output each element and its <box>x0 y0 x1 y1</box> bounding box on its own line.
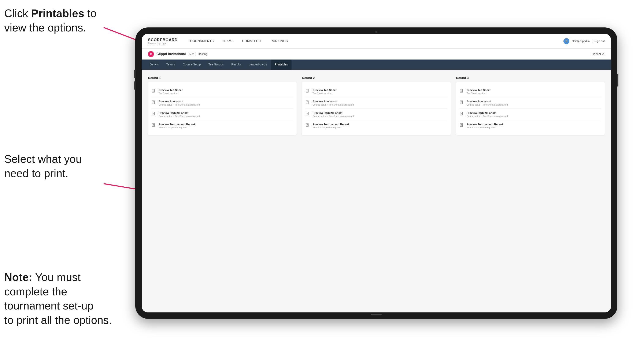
round-2-title: Round 2 <box>302 76 450 80</box>
r1-raguzzi-label: Preview Raguzzi Sheet <box>158 111 293 114</box>
round-1-tournament-report[interactable]: Preview Tournament Report Round Completi… <box>152 120 293 131</box>
r1-raguzzi-sub: Course setup + Tee Sheet data required <box>158 115 293 117</box>
document-icon-4 <box>152 123 156 128</box>
r1-scorecard-sub: Course setup + Tee Sheet data required <box>158 103 293 106</box>
document-icon <box>152 89 156 94</box>
nav-rankings[interactable]: RANKINGS <box>270 38 288 44</box>
doc-icon-r2-3 <box>305 112 310 116</box>
round-2-scorecard[interactable]: Preview Scorecard Course setup + Tee She… <box>305 97 447 109</box>
round-2-card: Preview Tee Sheet Tee Sheet required <box>302 82 450 135</box>
annotation-middle-text: Select what youneed to print. <box>4 153 82 179</box>
r2-raguzzi-sub: Course setup + Tee Sheet data required <box>312 115 447 117</box>
brand-subtitle: Powered by clippd <box>148 42 178 44</box>
doc-icon-r3-3 <box>460 112 464 116</box>
round-3-title: Round 3 <box>456 76 605 80</box>
cancel-icon: ✕ <box>602 52 605 56</box>
nav-tournaments[interactable]: TOURNAMENTS <box>188 38 214 44</box>
document-icon-2 <box>152 100 156 105</box>
r2-tee-sheet-sub: Tee Sheet required <box>312 92 447 95</box>
user-avatar: B <box>564 38 569 44</box>
round-1-title: Round 1 <box>148 76 297 80</box>
r3-scorecard-label: Preview Scorecard <box>466 100 601 103</box>
r3-raguzzi-label: Preview Raguzzi Sheet <box>466 111 601 114</box>
r2-scorecard-label: Preview Scorecard <box>312 100 447 103</box>
r2-tee-sheet-label: Preview Tee Sheet <box>312 88 447 92</box>
sign-out-link[interactable]: Sign out <box>594 39 605 43</box>
round-3-scorecard[interactable]: Preview Scorecard Course setup + Tee She… <box>460 97 601 109</box>
round-2-section: Round 2 Preview Tee Sheet Tee S <box>302 76 450 135</box>
r3-report-sub: Round Completion required <box>466 126 601 129</box>
tablet-power-button <box>617 74 618 87</box>
user-email: blair@clippd.io <box>572 39 590 43</box>
r3-tee-sheet-label: Preview Tee Sheet <box>466 88 601 92</box>
sign-out-separator: | <box>592 39 592 43</box>
nav-right: B blair@clippd.io | Sign out <box>564 38 605 44</box>
nav-links: TOURNAMENTS TEAMS COMMITTEE RANKINGS <box>188 38 564 44</box>
nav-teams[interactable]: TEAMS <box>222 38 234 44</box>
tournament-name: Clippd Invitational <box>156 52 186 56</box>
round-1-card: Preview Tee Sheet Tee Sheet required <box>148 82 297 135</box>
round-1-scorecard[interactable]: Preview Scorecard Course setup + Tee She… <box>152 97 293 109</box>
doc-icon-r2-2 <box>305 100 310 105</box>
tab-details[interactable]: Details <box>146 59 162 70</box>
r3-raguzzi-sub: Course setup + Tee Sheet data required <box>466 115 601 117</box>
tab-results[interactable]: Results <box>228 59 245 70</box>
main-content: Round 1 Preview Tee Sheet Tee S <box>142 70 611 313</box>
brand: SCOREBOARD Powered by clippd <box>148 38 178 44</box>
tablet-volume-up-button <box>134 70 136 78</box>
nav-committee[interactable]: COMMITTEE <box>242 38 262 44</box>
tab-course-setup[interactable]: Course Setup <box>179 59 205 70</box>
round-3-tee-sheet[interactable]: Preview Tee Sheet Tee Sheet required <box>460 86 601 97</box>
tab-tee-groups[interactable]: Tee Groups <box>205 59 228 70</box>
cancel-button[interactable]: Cancel ✕ <box>592 52 605 56</box>
annotation-bottom-text: Note: You mustcomplete thetournament set… <box>4 271 112 326</box>
round-1-tee-sheet[interactable]: Preview Tee Sheet Tee Sheet required <box>152 86 293 97</box>
r1-scorecard-label: Preview Scorecard <box>158 100 293 103</box>
doc-icon-r3-4 <box>460 123 464 128</box>
tablet: SCOREBOARD Powered by clippd TOURNAMENTS… <box>135 27 617 319</box>
r1-tee-sheet-sub: Tee Sheet required <box>158 92 293 95</box>
r3-tee-sheet-sub: Tee Sheet required <box>466 92 601 95</box>
r2-raguzzi-label: Preview Raguzzi Sheet <box>312 111 447 114</box>
r1-report-label: Preview Tournament Report <box>158 123 293 126</box>
r2-scorecard-sub: Course setup + Tee Sheet data required <box>312 103 447 106</box>
rounds-grid: Round 1 Preview Tee Sheet Tee S <box>148 76 605 135</box>
tablet-screen: SCOREBOARD Powered by clippd TOURNAMENTS… <box>142 34 611 313</box>
annotation-top-text: Click Printables toview the options. <box>4 7 96 34</box>
tournament-logo: C <box>148 51 154 57</box>
round-3-raguzzi[interactable]: Preview Raguzzi Sheet Course setup + Tee… <box>460 109 601 120</box>
tab-printables[interactable]: Printables <box>271 59 292 70</box>
annotation-bottom: Note: You mustcomplete thetournament set… <box>4 270 142 327</box>
round-1-raguzzi[interactable]: Preview Raguzzi Sheet Course setup + Tee… <box>152 109 293 120</box>
top-nav: SCOREBOARD Powered by clippd TOURNAMENTS… <box>142 34 611 48</box>
tab-navigation: Details Teams Course Setup Tee Groups Re… <box>142 59 611 70</box>
round-2-tee-sheet[interactable]: Preview Tee Sheet Tee Sheet required <box>305 86 447 97</box>
r1-report-sub: Round Completion required <box>158 126 293 129</box>
round-3-tournament-report[interactable]: Preview Tournament Report Round Completi… <box>460 120 601 131</box>
doc-icon-r3-1 <box>460 89 464 94</box>
tournament-hosting: Hosting <box>198 52 207 55</box>
r3-report-label: Preview Tournament Report <box>466 123 601 126</box>
doc-icon-r2-4 <box>305 123 310 128</box>
doc-icon-r2-1 <box>305 89 310 94</box>
tournament-header: C Clippd Invitational Men Hosting Cancel… <box>142 48 611 59</box>
doc-icon-r3-2 <box>460 100 464 105</box>
tab-leaderboards[interactable]: Leaderboards <box>245 59 271 70</box>
r2-report-sub: Round Completion required <box>312 126 447 129</box>
round-2-tournament-report[interactable]: Preview Tournament Report Round Completi… <box>305 120 447 131</box>
tablet-home-indicator <box>371 314 382 315</box>
round-3-section: Round 3 Preview Tee Sheet Tee S <box>456 76 605 135</box>
annotation-middle: Select what youneed to print. <box>4 152 131 180</box>
tablet-camera <box>375 31 378 33</box>
round-2-raguzzi[interactable]: Preview Raguzzi Sheet Course setup + Tee… <box>305 109 447 120</box>
r3-scorecard-sub: Course setup + Tee Sheet data required <box>466 103 601 106</box>
round-1-section: Round 1 Preview Tee Sheet Tee S <box>148 76 297 135</box>
tablet-volume-down-button <box>134 81 136 90</box>
cancel-label: Cancel <box>592 52 601 56</box>
r2-report-label: Preview Tournament Report <box>312 123 447 126</box>
r1-tee-sheet-label: Preview Tee Sheet <box>158 88 293 92</box>
tab-teams[interactable]: Teams <box>162 59 179 70</box>
brand-title: SCOREBOARD <box>148 38 178 42</box>
tournament-tag: Men <box>188 52 196 56</box>
round-3-card: Preview Tee Sheet Tee Sheet required <box>456 82 605 135</box>
